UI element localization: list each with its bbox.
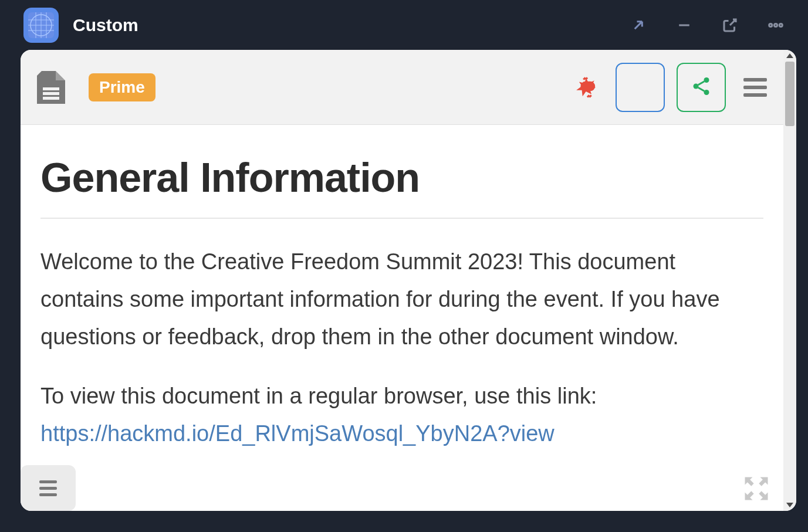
svg-point-17	[704, 90, 709, 95]
scroll-up-icon[interactable]	[786, 53, 793, 58]
toolbar-right	[576, 63, 767, 112]
prime-badge[interactable]: Prime	[89, 73, 155, 101]
link-prefix-text: To view this document in a regular brows…	[40, 384, 597, 408]
document-link[interactable]: https://hackmd.io/Ed_RlVmjSaWosql_YbyN2A…	[40, 421, 555, 446]
svg-point-11	[779, 23, 782, 26]
scrollbar-thumb[interactable]	[785, 62, 795, 126]
window-title: Custom	[73, 15, 138, 35]
svg-point-15	[704, 77, 709, 83]
svg-rect-12	[43, 87, 59, 90]
svg-rect-14	[43, 97, 59, 100]
document-body: General Information Welcome to the Creat…	[21, 125, 783, 511]
minimize-icon[interactable]	[675, 16, 693, 34]
floating-menu-button[interactable]	[21, 465, 76, 511]
link-paragraph: To view this document in a regular brows…	[40, 378, 763, 453]
page-title: General Information	[40, 154, 763, 219]
blue-action-button[interactable]	[616, 63, 665, 112]
fullscreen-icon[interactable]	[741, 473, 772, 506]
svg-point-10	[775, 23, 777, 26]
document-icon[interactable]	[37, 71, 65, 104]
svg-line-19	[698, 87, 705, 91]
share-icon	[691, 76, 712, 99]
more-icon[interactable]	[767, 16, 785, 34]
document-toolbar: Prime	[21, 50, 783, 125]
toolbar-left: Prime	[37, 71, 155, 104]
content-inner: Prime	[21, 50, 783, 511]
content-window: Prime	[21, 50, 796, 511]
popout-icon[interactable]	[721, 16, 739, 34]
svg-point-16	[694, 83, 699, 89]
chrome-left: Custom	[23, 8, 138, 43]
expand-arrow-icon[interactable]	[630, 16, 647, 34]
scroll-down-icon[interactable]	[786, 503, 793, 507]
window-chrome: Custom	[0, 0, 808, 50]
plug-icon[interactable]	[576, 76, 599, 99]
svg-line-18	[698, 81, 705, 84]
share-button[interactable]	[677, 63, 726, 112]
hamburger-icon	[39, 480, 57, 496]
svg-point-9	[769, 23, 772, 26]
chrome-right	[630, 16, 785, 34]
svg-rect-13	[43, 92, 59, 95]
scrollbar[interactable]	[783, 50, 796, 511]
app-icon[interactable]	[23, 8, 59, 43]
menu-icon[interactable]	[743, 78, 767, 97]
intro-paragraph: Welcome to the Creative Freedom Summit 2…	[40, 243, 763, 355]
